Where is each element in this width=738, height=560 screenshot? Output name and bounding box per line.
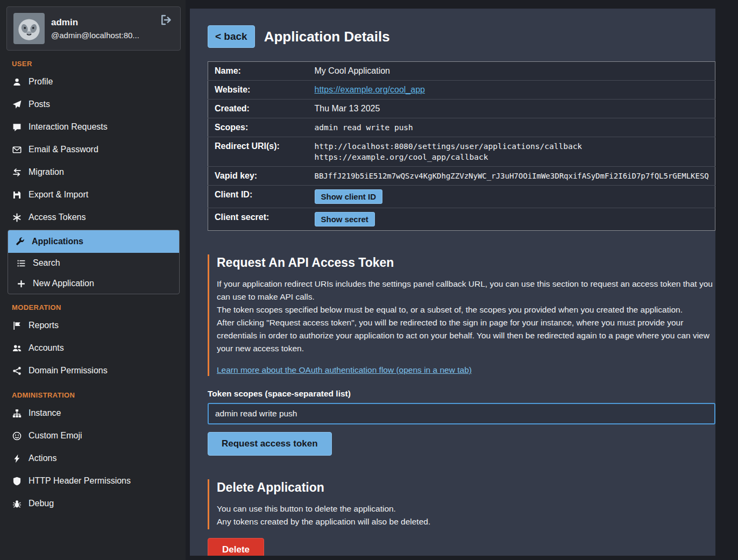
user-meta: admin @admin@localhost:80... [51,17,152,40]
wrench-icon [15,237,25,246]
exchange-icon [12,168,22,177]
asterisk-icon [12,213,22,222]
sidebar-item-label: New Application [33,279,94,288]
show-client-id-button[interactable]: Show client ID [315,189,383,204]
sidebar-item-export-import[interactable]: Export & Import [0,183,186,206]
smile-icon [12,431,22,441]
row-value: My Cool Application [309,62,715,81]
bolt-icon [12,454,22,463]
sidebar: admin @admin@localhost:80... USER Profil… [0,0,186,560]
shield-icon [12,477,22,486]
row-value: Show client ID [309,186,715,208]
logout-button[interactable] [159,13,174,27]
sidebar-item-label: Posts [29,100,50,109]
sidebar-item-debug[interactable]: Debug [0,492,186,515]
table-row-website: Website: https://example.org/cool_app [208,81,715,100]
website-link[interactable]: https://example.org/cool_app [315,85,425,94]
sidebar-item-accounts[interactable]: Accounts [0,337,186,359]
user-handle: @admin@localhost:80... [51,31,152,40]
paper-plane-icon [12,100,22,109]
sidebar-item-domain-permissions[interactable]: Domain Permissions [0,359,186,382]
table-row-scopes: Scopes: admin read write push [208,118,715,137]
sidebar-item-reports[interactable]: Reports [0,314,186,337]
token-scopes-input[interactable] [208,403,715,424]
row-value: Show secret [309,208,715,231]
delete-button[interactable]: Delete [208,538,264,556]
redirect-uri: http://localhost:8080/settings/user/appl… [315,141,710,152]
sidebar-item-posts[interactable]: Posts [0,93,186,116]
sidebar-item-label: Search [33,258,60,268]
sidebar-item-label: Instance [29,408,61,418]
sidebar-item-label: Profile [29,77,53,87]
applications-subnav: Search New Application [8,253,179,294]
sidebar-item-label: Export & Import [29,190,88,200]
flag-icon [12,321,22,330]
sidebar-item-http-header-permissions[interactable]: HTTP Header Permissions [0,470,186,492]
main-panel: < back Application Details Name: My Cool… [190,9,715,556]
user-icon [12,77,22,87]
row-value: BBJffJ219b5iE512m7wQSzv4KgKDhgZZVzNyWC_r… [309,167,715,186]
sidebar-item-custom-emoji[interactable]: Custom Emoji [0,424,186,447]
floppy-icon [12,190,22,200]
sidebar-item-label: Custom Emoji [29,431,82,441]
sidebar-item-applications[interactable]: Applications [8,230,179,253]
row-label: Created: [208,100,309,118]
share-nodes-icon [12,366,22,375]
row-label: Name: [208,62,309,81]
delete-paragraph: Any tokens created by the application wi… [217,515,715,528]
row-label: Vapid key: [208,167,309,186]
list-icon [16,259,26,268]
envelope-icon [12,145,22,154]
sidebar-item-label: Email & Password [29,145,98,154]
sidebar-item-profile[interactable]: Profile [0,70,186,93]
request-token-paragraph: After clicking "Request access token", y… [217,316,715,355]
sidebar-item-access-tokens[interactable]: Access Tokens [0,206,186,229]
plus-icon [16,279,26,288]
table-row-created: Created: Thu Mar 13 2025 [208,100,715,118]
token-scopes-label: Token scopes (space-separated list) [208,389,715,399]
sidebar-item-instance[interactable]: Instance [0,402,186,424]
row-value: admin read write push [309,118,715,137]
show-secret-button[interactable]: Show secret [315,212,375,226]
sidebar-item-label: Accounts [29,343,64,353]
sidebar-item-migration[interactable]: Migration [0,161,186,183]
table-row-vapid-key: Vapid key: BBJffJ219b5iE512m7wQSzv4KgKDh… [208,167,715,186]
sidebar-group-applications: Applications Search New Application [8,230,180,294]
sidebar-item-interaction-requests[interactable]: Interaction Requests [0,116,186,138]
section-header-moderation: MODERATION [12,303,186,311]
sidebar-nav: USER Profile Posts Interaction Requests … [0,60,186,515]
section-header-user: USER [12,60,186,68]
avatar[interactable] [13,13,45,44]
redirect-uri: https://example.org/cool_app/callback [315,152,710,162]
request-token-paragraph: The token scopes specified below must be… [217,303,715,316]
avatar-image [13,13,45,44]
request-token-paragraph: If your application redirect URIs includ… [217,278,715,303]
row-label: Redirect URI(s): [208,137,309,167]
sidebar-item-email-password[interactable]: Email & Password [0,138,186,161]
sidebar-item-label: HTTP Header Permissions [29,476,131,486]
sidebar-item-actions[interactable]: Actions [0,447,186,470]
request-token-section: Request An API Access Token If your appl… [208,254,715,376]
sidebar-item-new-application[interactable]: New Application [8,273,179,294]
sidebar-item-label: Migration [29,167,64,177]
back-button[interactable]: < back [208,25,255,48]
section-header-administration: ADMINISTRATION [12,391,186,399]
table-row-client-id: Client ID: Show client ID [208,186,715,208]
sidebar-item-search[interactable]: Search [8,253,179,273]
oauth-docs-link[interactable]: Learn more about the OAuth authenticatio… [217,365,472,375]
row-value: http://localhost:8080/settings/user/appl… [309,137,715,167]
sidebar-item-label: Reports [29,321,59,330]
bug-icon [12,499,22,508]
delete-application-heading: Delete Application [217,480,715,495]
user-card: admin @admin@localhost:80... [6,6,181,51]
sidebar-item-label: Domain Permissions [29,366,108,375]
request-access-token-button[interactable]: Request access token [208,432,332,456]
sitemap-icon [12,409,22,418]
row-value: https://example.org/cool_app [309,81,715,100]
table-row-redirect-uris: Redirect URI(s): http://localhost:8080/s… [208,137,715,167]
user-name: admin [51,17,152,28]
page-title: Application Details [264,29,390,45]
sign-out-icon [160,14,173,26]
row-label: Website: [208,81,309,100]
request-token-heading: Request An API Access Token [217,256,715,270]
